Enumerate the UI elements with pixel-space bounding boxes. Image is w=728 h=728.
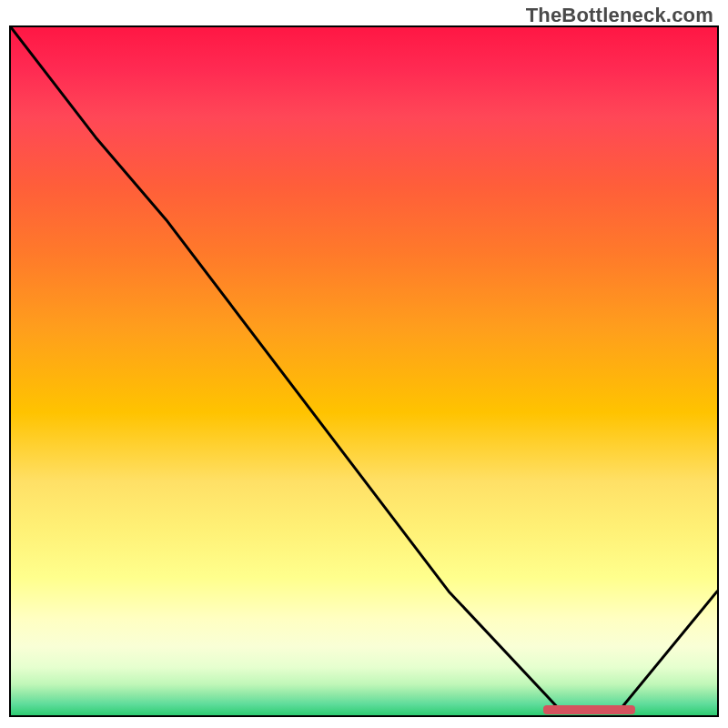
watermark-text: TheBottleneck.com [526, 4, 713, 27]
chart-container: TheBottleneck.com [0, 0, 728, 728]
bottleneck-curve [11, 27, 717, 715]
plot-area [9, 25, 719, 717]
optimal-range-marker [543, 705, 635, 714]
